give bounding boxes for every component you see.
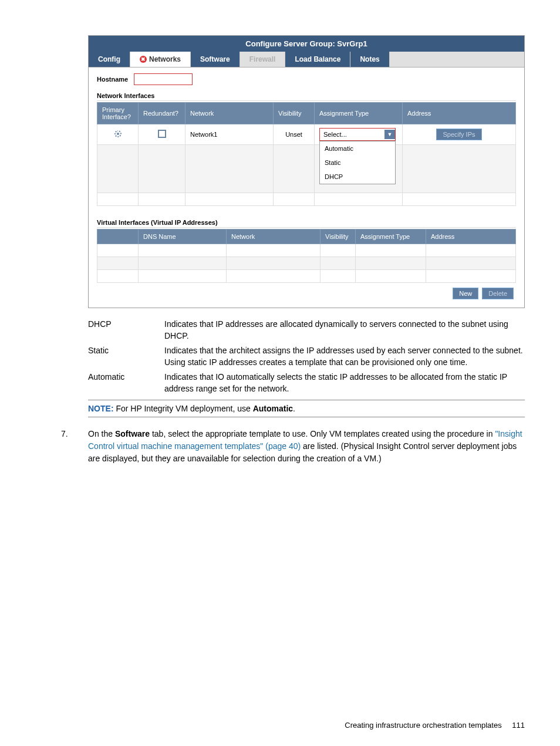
delete-button[interactable]: Delete <box>482 288 514 299</box>
network-interfaces-table: Primary Interface? Redundant? Network Vi… <box>97 102 516 206</box>
page-footer: Creating infrastructure orchestration te… <box>345 721 525 730</box>
tab-notes[interactable]: Notes <box>350 52 389 67</box>
vi-row-empty <box>97 270 516 283</box>
ni-atype-cell: Select... ▼ Automatic Static DHCP <box>315 124 403 145</box>
gear-icon <box>114 130 122 137</box>
hostname-input[interactable] <box>134 73 193 85</box>
step-7: 7. On the Software tab, select the appro… <box>61 428 525 465</box>
ni-primary-cell[interactable] <box>97 124 139 145</box>
new-button[interactable]: New <box>453 288 478 299</box>
def-desc-static: Indicates that the architect assigns the… <box>164 345 525 368</box>
ni-network-cell: Network1 <box>185 124 274 145</box>
checkbox-icon <box>158 130 166 138</box>
tab-software[interactable]: Software <box>191 52 240 67</box>
vi-col-blank <box>97 229 139 244</box>
vi-col-dns: DNS Name <box>139 229 227 244</box>
chevron-down-icon: ▼ <box>384 130 395 139</box>
note-label: NOTE: <box>88 404 114 413</box>
note: NOTE: For HP Integrity VM deployment, us… <box>88 400 525 417</box>
note-text-before: For HP Integrity VM deployment, use <box>116 404 252 413</box>
tab-networks[interactable]: ✖ Networks <box>130 52 191 67</box>
ni-col-primary: Primary Interface? <box>97 103 139 124</box>
step-text: On the Software tab, select the appropri… <box>88 428 525 465</box>
definitions: DHCP Indicates that IP addresses are all… <box>88 319 525 395</box>
ni-col-redundant: Redundant? <box>139 103 185 124</box>
tab-load-balance[interactable]: Load Balance <box>285 52 350 67</box>
close-icon: ✖ <box>140 56 147 63</box>
select-display: Select... <box>323 131 347 138</box>
option-automatic[interactable]: Automatic <box>320 141 395 156</box>
def-desc-dhcp: Indicates that IP addresses are allocate… <box>164 319 525 342</box>
ni-col-atype: Assignment Type <box>315 103 403 124</box>
ni-col-address: Address <box>403 103 516 124</box>
note-text-after: . <box>293 404 295 413</box>
def-desc-automatic: Indicates that IO automatically selects … <box>164 372 525 394</box>
ni-col-network: Network <box>185 103 274 124</box>
footer-page-number: 111 <box>512 721 525 730</box>
network-interfaces-title: Network Interfaces <box>97 92 516 101</box>
assignment-type-select[interactable]: Select... ▼ <box>319 128 396 141</box>
def-term-automatic: Automatic <box>88 372 164 394</box>
ni-visibility-cell: Unset <box>274 124 315 145</box>
assignment-type-dropdown: Automatic Static DHCP <box>319 141 396 184</box>
option-static[interactable]: Static <box>320 156 395 170</box>
vi-col-visibility: Visibility <box>321 229 356 244</box>
note-bold: Automatic <box>253 404 293 413</box>
config-server-group-dialog: Configure Server Group: SvrGrp1 Config ✖… <box>88 35 525 308</box>
hostname-label: Hostname <box>97 76 128 83</box>
dialog-title: Configure Server Group: SvrGrp1 <box>89 36 524 52</box>
dialog-tabs: Config ✖ Networks Software Firewall Load… <box>89 52 524 67</box>
vi-row-empty <box>97 257 516 270</box>
ni-row-empty <box>97 193 516 206</box>
def-term-static: Static <box>88 345 164 368</box>
specify-ips-button[interactable]: Specify IPs <box>436 129 481 140</box>
ni-row: Network1 Unset Select... ▼ Automatic Sta… <box>97 124 516 145</box>
footer-text: Creating infrastructure orchestration te… <box>345 721 501 730</box>
virtual-interfaces-table: DNS Name Network Visibility Assignment T… <box>97 229 516 283</box>
step-number: 7. <box>61 428 88 465</box>
vi-col-address: Address <box>426 229 516 244</box>
def-term-dhcp: DHCP <box>88 319 164 342</box>
ni-row-empty <box>97 145 516 193</box>
ni-redundant-cell[interactable] <box>139 124 185 145</box>
ni-col-visibility: Visibility <box>274 103 315 124</box>
tab-networks-label: Networks <box>149 55 181 63</box>
tab-firewall[interactable]: Firewall <box>240 52 286 67</box>
option-dhcp[interactable]: DHCP <box>320 170 395 184</box>
tab-config[interactable]: Config <box>89 52 130 67</box>
vi-col-atype: Assignment Type <box>356 229 426 244</box>
vi-row-empty <box>97 244 516 257</box>
vi-col-network: Network <box>227 229 321 244</box>
virtual-interfaces-title: Virtual Interfaces (Virtual IP Addresses… <box>97 219 516 228</box>
ni-address-cell: Specify IPs <box>403 124 516 145</box>
